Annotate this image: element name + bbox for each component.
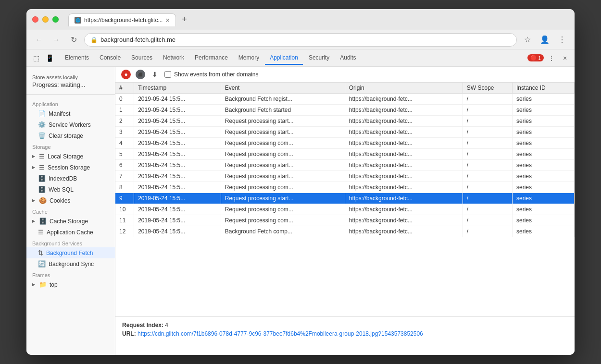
background-section-title: Background Services	[26, 238, 115, 247]
page-status: Progress: waiting...	[32, 81, 109, 88]
table-row[interactable]: 102019-05-24 15:5...Request processing c…	[115, 204, 575, 215]
inspect-element-button[interactable]: ⬚	[30, 52, 42, 64]
table-cell-4: /	[463, 160, 512, 171]
sidebar-item-label: Cookies	[50, 197, 70, 204]
table-cell-4: /	[463, 215, 512, 226]
detail-panel: Request Index: 4 URL: https://cdn.glitch…	[115, 316, 575, 355]
sidebar-item-cache-storage[interactable]: ▶ 🗄️ Cache Storage	[26, 216, 115, 227]
tab-console[interactable]: Console	[95, 51, 125, 65]
menu-button[interactable]: ⋮	[555, 33, 569, 47]
table-row[interactable]: 32019-05-24 15:5...Request processing st…	[115, 127, 575, 138]
table-cell-1: 2019-05-24 15:5...	[134, 127, 221, 138]
tab-application[interactable]: Application	[265, 51, 303, 65]
back-button[interactable]: ←	[32, 33, 46, 47]
table-cell-4: /	[463, 94, 512, 105]
close-devtools-button[interactable]: ×	[559, 52, 571, 64]
arrow-icon: ▶	[32, 282, 35, 287]
table-row[interactable]: 22019-05-24 15:5...Request processing st…	[115, 116, 575, 127]
tab-performance[interactable]: Performance	[190, 51, 233, 65]
table-row[interactable]: 122019-05-24 15:5...Background Fetch com…	[115, 226, 575, 237]
maximize-button[interactable]	[52, 16, 59, 23]
table-row[interactable]: 42019-05-24 15:5...Request processing co…	[115, 138, 575, 149]
service-workers-icon: ⚙️	[38, 121, 46, 128]
sidebar-item-label: IndexedDB	[49, 175, 77, 182]
reload-button[interactable]: ↻	[67, 33, 80, 47]
address-input[interactable]: 🔒 background-fetch.glitch.me	[84, 33, 517, 47]
sidebar-item-top-frame[interactable]: ▶ 📁 top	[26, 279, 115, 290]
sidebar-item-local-storage[interactable]: ▶ ☰ Local Storage	[26, 151, 115, 162]
table-cell-5: series	[512, 116, 574, 127]
tab-audits[interactable]: Audits	[335, 51, 361, 65]
sidebar-item-label: Web SQL	[49, 186, 74, 193]
tab-title: https://background-fetch.glitc...	[84, 17, 163, 24]
table-row[interactable]: 02019-05-24 15:5...Background Fetch regi…	[115, 94, 575, 105]
sidebar-item-service-workers[interactable]: ⚙️ Service Workers	[26, 119, 115, 130]
table-row[interactable]: 112019-05-24 15:5...Request processing c…	[115, 215, 575, 226]
table-cell-1: 2019-05-24 15:5...	[134, 116, 221, 127]
tab-network[interactable]: Network	[158, 51, 189, 65]
error-badge: 🔴 1	[527, 54, 544, 61]
table-row[interactable]: 82019-05-24 15:5...Request processing co…	[115, 182, 575, 193]
table-cell-2: Request processing com...	[221, 182, 345, 193]
stop-button[interactable]: ⬛	[136, 70, 145, 79]
frames-section-title: Frames	[26, 269, 115, 279]
forward-button[interactable]: →	[50, 33, 63, 47]
application-cache-icon: ☰	[38, 229, 44, 236]
left-panel: Store assets locally Progress: waiting..…	[26, 67, 115, 355]
bookmark-button[interactable]: ☆	[521, 33, 534, 47]
table-cell-2: Request processing start...	[221, 160, 345, 171]
sidebar-item-manifest[interactable]: 📄 Manifest	[26, 108, 115, 119]
table-row[interactable]: 12019-05-24 15:5...Background Fetch star…	[115, 105, 575, 116]
table-cell-4: /	[463, 105, 512, 116]
table-cell-5: series	[512, 149, 574, 160]
table-cell-0: 6	[115, 160, 134, 171]
table-cell-2: Request processing com...	[221, 215, 345, 226]
sidebar-item-application-cache[interactable]: ☰ Application Cache	[26, 227, 115, 238]
detail-request-row: Request Index: 4	[122, 322, 568, 328]
sidebar-item-label: Background Sync	[49, 261, 94, 267]
page-info: Store assets locally Progress: waiting..…	[26, 71, 115, 95]
table-cell-4: /	[463, 182, 512, 193]
active-tab[interactable]: 🌐 https://background-fetch.glitc... ×	[68, 13, 176, 26]
device-toolbar-button[interactable]: 📱	[44, 52, 55, 64]
table-cell-1: 2019-05-24 15:5...	[134, 171, 221, 182]
devtools-icons: ⬚ 📱	[30, 52, 55, 64]
table-cell-1: 2019-05-24 15:5...	[134, 215, 221, 226]
table-cell-4: /	[463, 226, 512, 237]
table-row[interactable]: 72019-05-24 15:5...Request processing st…	[115, 171, 575, 182]
address-bar: ← → ↻ 🔒 background-fetch.glitch.me ☆ 👤 ⋮	[26, 30, 575, 49]
table-row[interactable]: 92019-05-24 15:5...Request processing st…	[115, 193, 575, 204]
tab-elements[interactable]: Elements	[60, 51, 94, 65]
request-index-label: Request Index:	[122, 322, 163, 328]
sidebar-item-background-fetch[interactable]: ⇅ Background Fetch	[26, 247, 115, 258]
table-cell-2: Request processing start...	[221, 193, 345, 204]
new-tab-button[interactable]: +	[178, 13, 191, 26]
table-cell-2: Background Fetch started	[221, 105, 345, 116]
tab-security[interactable]: Security	[304, 51, 334, 65]
tab-sources[interactable]: Sources	[126, 51, 157, 65]
events-table[interactable]: # Timestamp Event Origin SW Scope Instan…	[115, 83, 575, 316]
title-bar: 🌐 https://background-fetch.glitc... × +	[26, 9, 575, 30]
sidebar-item-clear-storage[interactable]: 🗑️ Clear storage	[26, 130, 115, 141]
tab-close-button[interactable]: ×	[165, 17, 169, 24]
table-row[interactable]: 62019-05-24 15:5...Request processing st…	[115, 160, 575, 171]
show-events-checkbox[interactable]	[164, 71, 171, 78]
close-button[interactable]	[32, 16, 38, 23]
more-options-button[interactable]: ⋮	[546, 52, 557, 64]
sidebar-item-cookies[interactable]: ▶ 🍪 Cookies	[26, 195, 115, 206]
sidebar-item-label: Cache Storage	[50, 218, 88, 225]
sidebar-item-label: top	[50, 281, 58, 288]
sidebar-item-web-sql[interactable]: 🗄️ Web SQL	[26, 184, 115, 195]
tab-memory[interactable]: Memory	[234, 51, 264, 65]
local-storage-icon: ☰	[39, 153, 45, 160]
download-button[interactable]: ⬇	[150, 70, 160, 79]
record-button[interactable]: ●	[121, 70, 131, 79]
manifest-icon: 📄	[38, 110, 46, 117]
account-button[interactable]: 👤	[538, 33, 551, 47]
sidebar-item-background-sync[interactable]: 🔄 Background Sync	[26, 258, 115, 269]
minimize-button[interactable]	[42, 16, 49, 23]
sidebar-item-session-storage[interactable]: ▶ ☰ Session Storage	[26, 162, 115, 173]
table-row[interactable]: 52019-05-24 15:5...Request processing co…	[115, 149, 575, 160]
sidebar-item-indexeddb[interactable]: 🗄️ IndexedDB	[26, 173, 115, 184]
table-cell-3: https://background-fetc...	[345, 182, 463, 193]
